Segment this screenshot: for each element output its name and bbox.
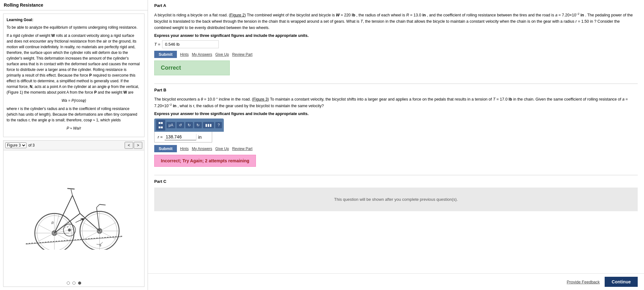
part-c-section: Part C This question will be shown after… [154, 179, 638, 211]
part-b-answer-label: r = [158, 135, 163, 139]
part-b-give-up-button[interactable]: Give Up [215, 147, 229, 151]
part-a-correct-banner: Correct [154, 61, 230, 75]
math-toolbar-grid-btn[interactable]: ■■■■ [156, 120, 165, 130]
part-b-answer-input[interactable] [165, 134, 196, 140]
part-bc-divider [154, 175, 638, 175]
part-a-review-part-button[interactable]: Review Part [232, 52, 252, 57]
equation-1: Wa = P(rcosφ) [7, 98, 141, 103]
svg-line-34 [71, 189, 72, 195]
figure-content: R r T θ [3, 150, 144, 280]
math-input-container: r = [154, 132, 212, 142]
svg-line-20 [99, 223, 116, 231]
math-toolbar: ■■■■ μA ↺ ↻ ↻ ▮▮▮ ? [154, 119, 224, 132]
part-b-math-editor: ■■■■ μA ↺ ↻ ↻ ▮▮▮ ? r = [154, 119, 638, 142]
svg-line-29 [72, 195, 80, 213]
part-a-give-up-button[interactable]: Give Up [215, 52, 229, 57]
figure-header: Figure 3 Figure 1 Figure 2 of 3 < > [3, 141, 144, 150]
part-c-title: Part C [154, 179, 638, 185]
figure-dot-1[interactable] [67, 281, 70, 285]
part-a-answer-label: T = [154, 42, 160, 47]
svg-line-27 [54, 213, 80, 233]
svg-text:r: r [67, 225, 68, 229]
part-b-hints-button[interactable]: Hints [180, 147, 189, 151]
figure-select[interactable]: Figure 3 Figure 1 Figure 2 [5, 142, 26, 148]
right-panel: Part A A bicyclist is riding a bicycle o… [148, 0, 644, 290]
math-toolbar-help-btn[interactable]: ? [215, 122, 222, 128]
learning-goal-title: Learning Goal: [7, 17, 141, 23]
bottom-bar: Provide Feedback Continue [148, 273, 644, 290]
svg-line-30 [54, 195, 72, 233]
part-b-problem-text: The bicyclist encounters a θ = 10.0 ° in… [154, 96, 638, 109]
svg-line-28 [80, 213, 99, 231]
part-a-problem-text: A bicyclist is riding a bicycle on a fla… [154, 12, 638, 31]
part-b-title: Part B [154, 88, 638, 94]
part-a-my-answers-button[interactable]: My Answers [192, 52, 212, 57]
learning-goal-box: Learning Goal: To be able to analyze the… [3, 14, 144, 137]
part-a-answer-row: T = [154, 40, 638, 48]
part-b-incorrect-banner: Incorrect; Try Again; 2 attempts remaini… [154, 155, 256, 167]
part-ab-divider [154, 84, 638, 84]
body-paragraph-2: where r is the cylinder's radius and a i… [7, 106, 141, 123]
svg-line-10 [38, 233, 54, 241]
part-b-my-answers-button[interactable]: My Answers [192, 147, 212, 151]
math-toolbar-mu-btn[interactable]: μA [167, 122, 176, 128]
math-toolbar-refresh-btn[interactable]: ↻ [194, 122, 202, 128]
left-panel-title: Rolling Resistance [0, 0, 148, 10]
learning-goal-text: To be able to analyze the equilibrium of… [7, 25, 141, 30]
part-b-actions: Submit Hints My Answers Give Up Review P… [154, 145, 638, 152]
math-toolbar-keyboard-btn[interactable]: ▮▮▮ [203, 122, 214, 128]
figure-box: Figure 3 Figure 1 Figure 2 of 3 < > [3, 140, 144, 287]
part-b-instruction: Express your answer to three significant… [154, 112, 638, 116]
figure-of-label: of 3 [28, 143, 35, 148]
bicycle-diagram: R r T θ [20, 180, 127, 250]
part-a-section: Part A A bicyclist is riding a bicycle o… [154, 3, 638, 78]
svg-line-35 [67, 188, 74, 189]
continue-button[interactable]: Continue [605, 277, 638, 287]
part-a-actions: Submit Hints My Answers Give Up Review P… [154, 51, 638, 58]
equation-2: P ≈ Wa/r [7, 125, 141, 131]
part-a-instruction: Express your answer to three significant… [154, 33, 638, 38]
svg-line-12 [38, 225, 54, 233]
part-b-review-part-button[interactable]: Review Part [232, 147, 252, 151]
math-toolbar-redo-btn[interactable]: ↻ [185, 122, 193, 128]
svg-line-32 [96, 205, 99, 208]
part-c-placeholder: This question will be shown after you co… [154, 188, 638, 211]
part-a-hints-button[interactable]: Hints [180, 52, 189, 57]
figure-dots [3, 280, 144, 287]
svg-line-33 [99, 205, 105, 205]
provide-feedback-button[interactable]: Provide Feedback [567, 280, 600, 284]
figure-dot-2[interactable] [72, 281, 76, 285]
part-a-answer-input[interactable] [162, 40, 219, 48]
left-panel: Rolling Resistance Learning Goal: To be … [0, 0, 148, 290]
figure-dot-3[interactable] [78, 281, 81, 285]
part-b-submit-button[interactable]: Submit [154, 145, 177, 152]
part-b-unit-input[interactable] [196, 134, 209, 140]
math-toolbar-undo-btn[interactable]: ↺ [177, 122, 184, 128]
body-paragraph-1: If a rigid cylinder of weight W rolls at… [7, 33, 141, 95]
figure-prev-button[interactable]: < [125, 142, 133, 149]
svg-line-8 [54, 233, 71, 241]
svg-point-37 [68, 229, 71, 232]
figure-navigation: < > [125, 142, 142, 149]
figure-next-button[interactable]: > [134, 142, 142, 149]
part-b-section: Part B The bicyclist encounters a θ = 10… [154, 88, 638, 170]
part-a-submit-button[interactable]: Submit [154, 51, 177, 58]
part-a-title: Part A [154, 3, 638, 9]
svg-text:R: R [51, 221, 54, 225]
